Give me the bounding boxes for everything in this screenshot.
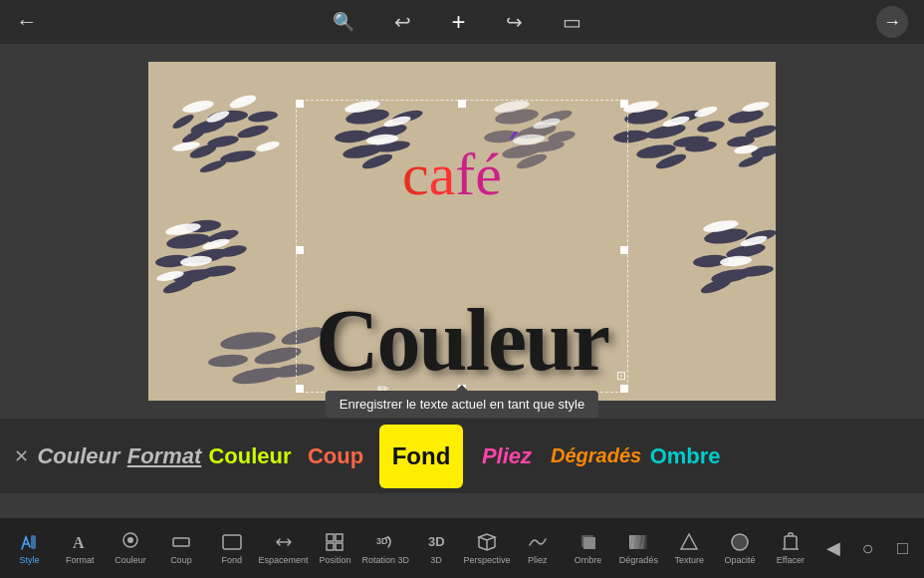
degrades-icon xyxy=(627,531,649,553)
fond-icon xyxy=(221,531,243,553)
redo-button[interactable]: ↪ xyxy=(506,10,523,34)
tool-couleur-label: Couleur xyxy=(115,555,146,565)
nav-home[interactable]: ○ xyxy=(852,537,884,560)
tooltip: Enregistrer le texte actuel en tant que … xyxy=(326,391,598,418)
tooltip-text: Enregistrer le texte actuel en tant que … xyxy=(340,397,584,412)
svg-point-68 xyxy=(253,344,303,368)
3d-icon: 3D xyxy=(425,531,447,553)
tool-rotation3d[interactable]: 3D Rotation 3D xyxy=(361,531,409,565)
svg-rect-97 xyxy=(583,537,595,549)
tool-effacer-label: Effacer xyxy=(777,555,805,565)
style-label-coup: Coup xyxy=(308,443,363,469)
tool-espacement[interactable]: Espacement xyxy=(259,531,309,565)
style-item-format[interactable]: Format xyxy=(122,425,206,488)
tool-format[interactable]: A Format xyxy=(56,531,104,565)
style-label-degrades: Dégradés xyxy=(551,444,641,467)
tool-coup-label: Coup xyxy=(170,555,192,565)
tool-opacite[interactable]: Opacité xyxy=(716,531,764,565)
opacite-icon xyxy=(729,531,751,553)
style-label-ombre: Ombre xyxy=(650,443,721,469)
svg-point-27 xyxy=(613,129,650,144)
cafe-letter-e: é xyxy=(475,142,502,207)
undo-button[interactable]: ↩ xyxy=(394,10,411,34)
style-item-degrades[interactable]: Dégradés xyxy=(551,425,641,488)
selection-handle-tr[interactable] xyxy=(620,100,628,108)
selection-handle-br[interactable] xyxy=(620,385,628,393)
effacer-icon xyxy=(780,531,802,553)
cafe-letter-a: a xyxy=(429,142,456,207)
tool-perspective-label: Perspective xyxy=(463,555,510,565)
style-item-couleur2[interactable]: Couleur xyxy=(208,425,292,488)
svg-text:A: A xyxy=(73,534,85,551)
cafe-accent: ˊ xyxy=(502,128,522,172)
tool-degrades[interactable]: Dégradés xyxy=(614,531,662,565)
style-item-couleur[interactable]: Couleur xyxy=(37,425,120,488)
tool-ombre[interactable]: Ombre xyxy=(565,531,612,565)
canvas[interactable]: caféˊ Couleur ✏ ⊡ xyxy=(148,62,776,401)
svg-point-87 xyxy=(127,537,133,543)
selection-handle-mr[interactable] xyxy=(620,246,628,254)
style-item-fond[interactable]: Fond xyxy=(379,425,463,488)
tool-perspective[interactable]: Perspective xyxy=(463,531,511,565)
tool-pliez-label: Pliez xyxy=(528,555,548,565)
cafe-letter-c: c xyxy=(402,142,429,207)
selection-handle-tm[interactable] xyxy=(458,100,466,108)
layers-icon[interactable]: ▭ xyxy=(563,10,581,34)
style-item-pliez[interactable]: Pliez xyxy=(465,425,549,488)
tool-effacer[interactable]: Effacer xyxy=(767,531,814,565)
texture-icon xyxy=(678,531,700,553)
svg-rect-93 xyxy=(336,543,343,550)
style-label-fond: Fond xyxy=(392,442,451,470)
tool-position[interactable]: Position xyxy=(311,531,358,565)
tool-couleur[interactable]: Couleur xyxy=(107,531,154,565)
zoom-icon[interactable]: 🔍 xyxy=(333,11,354,33)
tool-3d[interactable]: 3D 3D xyxy=(412,531,460,565)
cafe-letter-f: f xyxy=(455,142,475,207)
tool-rotation3d-label: Rotation 3D xyxy=(361,555,409,565)
tool-format-label: Format xyxy=(66,555,95,565)
position-icon xyxy=(324,531,346,553)
selection-handle-bl[interactable] xyxy=(296,385,304,393)
svg-point-32 xyxy=(696,119,725,135)
coup-icon xyxy=(170,531,192,553)
svg-point-11 xyxy=(228,93,258,111)
nav-back[interactable]: ◀ xyxy=(817,537,849,559)
svg-point-17 xyxy=(335,129,371,144)
tool-coup[interactable]: Coup xyxy=(157,531,205,565)
add-button[interactable]: + xyxy=(451,8,465,36)
tool-fond[interactable]: Fond xyxy=(208,531,256,565)
svg-point-9 xyxy=(247,110,278,124)
svg-rect-89 xyxy=(223,535,241,549)
style-label-format: Format xyxy=(127,443,202,469)
tool-espacement-label: Espacement xyxy=(259,555,309,565)
tool-opacite-label: Opacité xyxy=(725,555,756,565)
canvas-area: caféˊ Couleur ✏ ⊡ xyxy=(0,44,924,419)
ombre-icon xyxy=(578,531,599,553)
tool-style[interactable]: Style xyxy=(5,531,53,565)
resize-icon[interactable]: ⊡ xyxy=(616,369,626,383)
tool-texture[interactable]: Texture xyxy=(665,531,713,565)
svg-point-69 xyxy=(208,353,249,368)
top-toolbar: ← 🔍 ↩ + ↪ ▭ → xyxy=(0,0,924,44)
big-text-couleur[interactable]: Couleur xyxy=(316,290,608,391)
next-button[interactable]: → xyxy=(876,6,908,38)
selection-handle-tl[interactable] xyxy=(296,100,304,108)
nav-square[interactable]: □ xyxy=(886,538,918,559)
format-icon: A xyxy=(69,531,91,553)
tool-fond-label: Fond xyxy=(221,555,242,565)
selection-handle-ml[interactable] xyxy=(296,246,304,254)
style-item-coup[interactable]: Coup xyxy=(294,425,377,488)
style-item-ombre[interactable]: Ombre xyxy=(643,425,727,488)
espacement-icon xyxy=(273,531,295,553)
style-label-pliez: Pliez xyxy=(482,443,532,469)
svg-point-6 xyxy=(236,123,269,141)
couleur-icon xyxy=(119,531,141,553)
svg-point-7 xyxy=(198,157,227,174)
cafe-text[interactable]: caféˊ xyxy=(402,137,522,209)
tool-style-label: Style xyxy=(19,555,39,565)
tool-pliez[interactable]: Pliez xyxy=(514,531,562,565)
svg-marker-103 xyxy=(681,534,697,549)
back-button[interactable]: ← xyxy=(16,9,38,35)
svg-point-41 xyxy=(737,153,764,169)
close-strip-button[interactable]: ✕ xyxy=(8,445,35,467)
